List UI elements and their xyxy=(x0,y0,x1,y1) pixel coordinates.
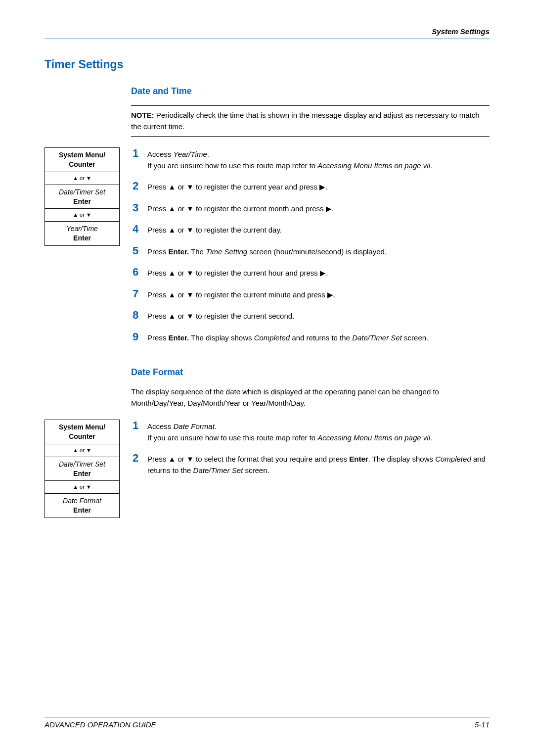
route-row: ▲ or ▼ xyxy=(45,172,119,185)
step-text: Access Date Format. If you are unsure ho… xyxy=(147,420,490,443)
footer-right: 5-11 xyxy=(475,720,490,729)
step-text: Press ▲ or ▼ to select the format that y… xyxy=(147,452,490,476)
step-5: 5 Press Enter. The Time Setting screen (… xyxy=(133,245,490,258)
route-text: Date/Timer Set xyxy=(59,188,105,196)
t: Accessing Menu Items on page vii xyxy=(317,433,430,442)
t: . xyxy=(430,161,432,170)
step-1: 1 Access Date Format. If you are unsure … xyxy=(133,420,490,443)
t: Completed xyxy=(254,333,290,342)
route-row: Date/Timer Set Enter xyxy=(45,457,119,481)
t: screen (hour/minute/second) is displayed… xyxy=(247,247,387,256)
route-row: ▲ or ▼ xyxy=(45,481,119,494)
route-text: Counter xyxy=(69,432,95,440)
route-text: Enter xyxy=(73,197,91,205)
step-text: Press ▲ or ▼ to register the current yea… xyxy=(147,180,490,193)
route-row: Date Format Enter xyxy=(45,494,119,518)
step-number: 2 xyxy=(133,180,147,192)
header-rule xyxy=(44,39,490,39)
page-heading: Timer Settings xyxy=(44,58,490,71)
t: . xyxy=(430,433,432,442)
header-title: System Settings xyxy=(44,27,490,36)
route-row: ▲ or ▼ xyxy=(45,444,119,457)
footer-left: ADVANCED OPERATION GUIDE xyxy=(44,720,156,729)
step-text: Press ▲ or ▼ to register the current min… xyxy=(147,288,490,301)
step-text: Access Year/Time. If you are unsure how … xyxy=(147,147,490,171)
step-number: 5 xyxy=(133,245,147,257)
note-block: NOTE: Periodically check the time that i… xyxy=(131,105,490,137)
t: Enter. xyxy=(169,333,189,342)
step-2: 2 Press ▲ or ▼ to register the current y… xyxy=(133,180,490,193)
step-number: 1 xyxy=(133,420,147,431)
subheading-date-time: Date and Time xyxy=(131,86,490,96)
step-text: Press ▲ or ▼ to register the current mon… xyxy=(147,202,490,215)
route-map-2: System Menu/ Counter ▲ or ▼ Date/Timer S… xyxy=(44,420,120,518)
t: The xyxy=(189,247,206,256)
step-number: 6 xyxy=(133,266,147,278)
t: Time Setting xyxy=(206,247,247,256)
t: Access xyxy=(147,422,174,430)
step-text: Press ▲ or ▼ to register the current sec… xyxy=(147,309,490,322)
step-text: Press ▲ or ▼ to register the current day… xyxy=(147,223,490,236)
note-label: NOTE: xyxy=(131,111,154,119)
step-8: 8 Press ▲ or ▼ to register the current s… xyxy=(133,309,490,322)
footer-rule xyxy=(44,717,490,717)
t: Access xyxy=(147,150,174,158)
route-text: Year/Time xyxy=(66,225,98,233)
step-text: Press ▲ or ▼ to register the current hou… xyxy=(147,266,490,279)
route-row: Year/Time Enter xyxy=(45,222,119,245)
t: Enter xyxy=(349,455,368,463)
step-number: 8 xyxy=(133,309,147,321)
route-text: System Menu/ xyxy=(59,151,105,159)
note-rule-top xyxy=(131,105,490,106)
t: Date/Timer Set xyxy=(352,333,402,342)
t: Enter. xyxy=(169,247,189,256)
route-row: System Menu/ Counter xyxy=(45,420,119,444)
steps-list-1: 1 Access Year/Time. If you are unsure ho… xyxy=(133,147,490,352)
t: Press ▲ or ▼ to select the format that y… xyxy=(147,455,349,463)
route-row: System Menu/ Counter xyxy=(45,148,119,172)
route-text: System Menu/ xyxy=(59,423,105,431)
step-2: 2 Press ▲ or ▼ to select the format that… xyxy=(133,452,490,476)
t: . xyxy=(215,422,217,430)
route-text: Counter xyxy=(69,160,95,168)
t: . xyxy=(207,150,209,158)
step-7: 7 Press ▲ or ▼ to register the current m… xyxy=(133,288,490,301)
step-9: 9 Press Enter. The display shows Complet… xyxy=(133,331,490,344)
route-map-1: System Menu/ Counter ▲ or ▼ Date/Timer S… xyxy=(44,147,120,246)
t: If you are unsure how to use this route … xyxy=(147,433,317,442)
t: The display shows xyxy=(189,333,254,342)
steps-list-2: 1 Access Date Format. If you are unsure … xyxy=(133,420,490,485)
footer: ADVANCED OPERATION GUIDE 5-11 xyxy=(44,717,490,729)
t: Date/Timer Set xyxy=(193,466,243,474)
step-number: 1 xyxy=(133,147,147,159)
t: Completed xyxy=(435,455,471,463)
t: . The display shows xyxy=(368,455,436,463)
route-text: Enter xyxy=(73,506,91,514)
step-text: Press Enter. The Time Setting screen (ho… xyxy=(147,245,490,258)
note-body: Periodically check the time that is show… xyxy=(131,111,480,131)
t: If you are unsure how to use this route … xyxy=(147,161,317,170)
route-text: Date/Timer Set xyxy=(59,460,105,468)
route-text: Enter xyxy=(73,470,91,477)
subheading-date-format: Date Format xyxy=(131,367,490,378)
step-number: 4 xyxy=(133,223,147,235)
t: screen. xyxy=(243,466,269,474)
step-1: 1 Access Year/Time. If you are unsure ho… xyxy=(133,147,490,171)
t: Year/Time xyxy=(174,150,207,158)
step-number: 9 xyxy=(133,331,147,343)
note-text: NOTE: Periodically check the time that i… xyxy=(131,110,490,132)
route-row: ▲ or ▼ xyxy=(45,209,119,222)
intro-paragraph: The display sequence of the date which i… xyxy=(131,386,490,409)
route-text: Enter xyxy=(73,234,91,242)
step-number: 7 xyxy=(133,288,147,300)
step-text: Press Enter. The display shows Completed… xyxy=(147,331,490,344)
step-number: 3 xyxy=(133,202,147,214)
route-row: Date/Timer Set Enter xyxy=(45,185,119,209)
t: Press xyxy=(147,333,169,342)
step-6: 6 Press ▲ or ▼ to register the current h… xyxy=(133,266,490,279)
t: Accessing Menu Items on page vii xyxy=(317,161,430,170)
t: and returns to the xyxy=(290,333,352,342)
step-number: 2 xyxy=(133,452,147,464)
step-4: 4 Press ▲ or ▼ to register the current d… xyxy=(133,223,490,236)
t: Press xyxy=(147,247,169,256)
